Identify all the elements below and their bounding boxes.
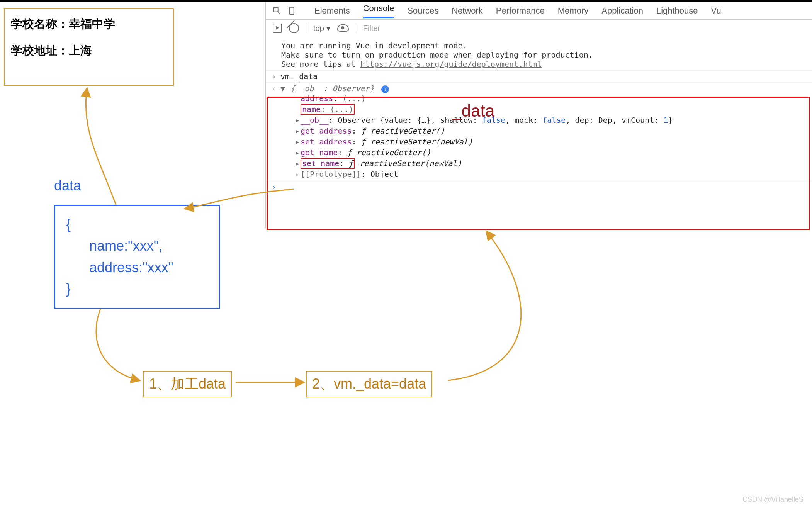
brace-open: { — [66, 214, 208, 235]
prop-address[interactable]: address: (...) — [295, 93, 807, 104]
brace-close: } — [66, 278, 208, 300]
tab-vue[interactable]: Vu — [711, 6, 721, 16]
tab-console[interactable]: Console — [363, 3, 394, 18]
deployment-link[interactable]: https://vuejs.org/guide/deployment.html — [360, 59, 542, 69]
prop-name[interactable]: name: (...) — [295, 104, 807, 115]
console-prompt[interactable]: › — [266, 181, 812, 193]
devtools-panel: Elements Console Sources Network Perform… — [265, 2, 812, 228]
clear-console-icon[interactable] — [289, 23, 299, 33]
output-line-school-name: 学校名称：幸福中学 — [11, 16, 167, 32]
setter-name[interactable]: ▸set name: ƒ reactiveSetter(newVal) — [295, 158, 807, 169]
context-selector[interactable]: top▾ — [313, 24, 330, 33]
separator — [356, 23, 356, 34]
caret-down-icon[interactable]: ▼ — [280, 84, 286, 93]
data-title-label: _data — [452, 101, 494, 120]
setter-address[interactable]: ▸set address: ƒ reactiveSetter(newVal) — [295, 136, 807, 147]
label: 学校名称： — [11, 17, 69, 30]
value: 幸福中学 — [69, 17, 115, 30]
tab-sources[interactable]: Sources — [407, 6, 438, 16]
info-icon[interactable]: i — [381, 85, 389, 93]
label: 学校地址： — [11, 44, 69, 57]
execute-icon[interactable] — [273, 24, 282, 33]
data-line-address: address:"xxx" — [66, 257, 208, 278]
object-tree: address: (...) name: (...) ▸__ob__: Obse… — [280, 93, 807, 180]
live-expression-icon[interactable] — [337, 24, 349, 32]
filter-placeholder: Filter — [363, 24, 380, 32]
prompt-icon: › — [271, 72, 277, 81]
getter-address[interactable]: ▸get address: ƒ reactiveGetter() — [295, 126, 807, 136]
value: 上海 — [69, 44, 92, 57]
tab-lighthouse[interactable]: Lighthouse — [656, 6, 698, 16]
input-text: vm._data — [280, 72, 318, 81]
inspect-icon[interactable] — [273, 7, 281, 15]
separator — [306, 23, 306, 34]
prototype[interactable]: ▸[[Prototype]]: Object — [295, 169, 807, 180]
filter-input[interactable]: Filter — [363, 24, 380, 33]
data-heading: data — [54, 178, 81, 194]
chevron-down-icon: ▾ — [326, 24, 330, 33]
object-header[interactable]: ▼ {__ob__: Observer} i — [280, 84, 807, 93]
svg-rect-0 — [290, 7, 294, 14]
tab-elements[interactable]: Elements — [314, 6, 350, 16]
prompt-icon: › — [271, 182, 277, 192]
rendered-output-box: 学校名称：幸福中学 学校地址：上海 — [4, 8, 174, 86]
watermark: CSDN @VillanelleS — [742, 495, 804, 504]
data-line-name: name:"xxx", — [66, 235, 208, 257]
output-line-school-address: 学校地址：上海 — [11, 43, 167, 59]
console-input-echo: › vm._data — [266, 70, 812, 82]
data-object-box: { name:"xxx", address:"xxx" } — [54, 205, 220, 309]
tab-memory[interactable]: Memory — [558, 6, 588, 16]
tab-application[interactable]: Application — [601, 6, 643, 16]
console-return[interactable]: ‹ ▼ {__ob__: Observer} i address: (...) … — [266, 82, 812, 181]
tab-network[interactable]: Network — [452, 6, 483, 16]
step2-box: 2、vm._data=data — [306, 371, 432, 397]
prop-ob[interactable]: ▸__ob__: Observer {value: {…}, shallow: … — [295, 115, 807, 126]
getter-name[interactable]: ▸get name: ƒ reactiveGetter() — [295, 147, 807, 158]
console-body: You are running Vue in development mode.… — [266, 37, 812, 193]
vue-dev-warning: You are running Vue in development mode.… — [266, 39, 812, 70]
tab-performance[interactable]: Performance — [496, 6, 545, 16]
device-icon[interactable] — [288, 7, 297, 15]
inspect-icons[interactable] — [273, 7, 297, 15]
devtools-tabs: Elements Console Sources Network Perform… — [266, 2, 812, 20]
scope-label: top — [313, 24, 324, 33]
step1-box: 1、加工data — [143, 371, 232, 397]
return-icon: ‹ — [271, 84, 277, 93]
console-toolbar: top▾ Filter — [266, 20, 812, 37]
